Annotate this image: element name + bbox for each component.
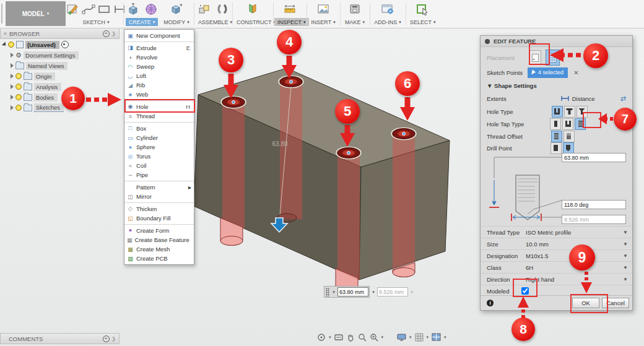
depth-value-input[interactable]: [562, 153, 626, 162]
expand-arrow-icon[interactable]: [11, 105, 14, 110]
construct-plane-icon[interactable]: [245, 1, 261, 17]
menu-item[interactable]: ◱ Boundary Fill: [124, 214, 194, 223]
menu-item[interactable]: ◠ Sweep: [124, 62, 194, 71]
menu-item[interactable]: ◨ Extrude E: [124, 41, 194, 53]
tap-type-simple-button[interactable]: [550, 118, 561, 130]
menu-item[interactable]: ≡ Thread: [124, 111, 194, 121]
spline-icon[interactable]: [82, 1, 95, 17]
shape-settings-header[interactable]: ▼ Shape Settings: [481, 80, 632, 90]
extrude-icon[interactable]: [125, 1, 141, 17]
menu-item[interactable]: ◢ Rib: [124, 80, 194, 90]
hole-type-counterbore-button[interactable]: [564, 106, 575, 118]
menu-item[interactable]: ◇ Thicken: [124, 202, 194, 214]
display-settings-icon[interactable]: [397, 333, 406, 342]
expand-arrow-icon[interactable]: [11, 95, 14, 100]
menu-item[interactable]: ◡ Loft: [124, 71, 194, 80]
chevron-down-icon[interactable]: ▾: [444, 335, 446, 340]
orbit-icon[interactable]: [317, 333, 326, 342]
joint-icon[interactable]: [214, 1, 230, 17]
thread-offset-full-button[interactable]: [551, 131, 562, 142]
menu-item[interactable]: ▩ Create Mesh: [124, 244, 194, 254]
activate-component-icon[interactable]: [61, 41, 69, 48]
measure-icon[interactable]: [282, 1, 298, 17]
sketch-points-selection-chip[interactable]: 4 selected: [528, 67, 568, 78]
chevron-down-icon[interactable]: ▾: [427, 335, 429, 340]
menu-item[interactable]: ◫ Mirror: [124, 192, 194, 201]
thread-type-select[interactable]: Thread Type ISO Metric profile ▼: [481, 226, 632, 238]
info-icon[interactable]: i: [487, 300, 494, 306]
toolbar-menu-create[interactable]: CREATE: [126, 18, 158, 26]
toolbar-menu-insert[interactable]: INSERT: [308, 18, 338, 26]
browser-row-named-views[interactable]: Named Views: [9, 61, 120, 71]
menu-item[interactable]: ∼ Pipe: [124, 170, 194, 179]
pan-icon[interactable]: [346, 333, 355, 342]
display-options-icon[interactable]: [103, 30, 110, 37]
flip-direction-icon[interactable]: ⇄: [620, 95, 626, 103]
browser-row-document-settings[interactable]: ⚙ Document Settings: [9, 50, 120, 60]
depth-input[interactable]: [337, 287, 368, 296]
hole-type-simple-button[interactable]: [552, 106, 563, 118]
visibility-bulb-icon[interactable]: [15, 94, 22, 100]
chevron-down-icon[interactable]: ▾: [370, 287, 377, 296]
expand-icon[interactable]: ❯: [111, 336, 116, 342]
direction-select[interactable]: Direction Right hand ▼: [481, 273, 632, 285]
chevron-down-icon[interactable]: ▾: [409, 335, 412, 340]
create-form-icon[interactable]: [143, 1, 159, 17]
select-cursor-icon[interactable]: [414, 1, 430, 17]
browser-row-root[interactable]: (Unsaved): [1, 40, 120, 50]
viewports-icon[interactable]: [432, 333, 441, 342]
chevron-down-icon[interactable]: ▾: [381, 335, 384, 340]
menu-item[interactable]: Pattern: [124, 181, 194, 192]
tap-type-clearance-button[interactable]: [562, 118, 573, 130]
collapse-icon[interactable]: «: [4, 30, 7, 37]
chevron-down-icon[interactable]: ▾: [408, 287, 416, 296]
menu-item[interactable]: □ Box: [124, 122, 194, 133]
designation-select[interactable]: Designation M10x1.5 ▼: [481, 249, 632, 262]
menu-item[interactable]: ▭ Cylinder: [124, 133, 194, 142]
browser-header[interactable]: « BROWSER ❯: [0, 28, 120, 39]
toolbar-menu-construct[interactable]: CONSTRUCT: [233, 18, 279, 26]
toolbar-menu-inspect[interactable]: INSPECT: [274, 18, 309, 26]
toolbar-menu-modify[interactable]: MODIFY: [160, 18, 193, 26]
insert-image-icon[interactable]: [315, 1, 331, 17]
visibility-bulb-icon[interactable]: [15, 73, 22, 79]
chevron-down-icon[interactable]: ▾: [330, 287, 337, 296]
visibility-bulb-icon[interactable]: [8, 41, 14, 48]
menu-item[interactable]: ≈ Coil: [124, 161, 194, 170]
menu-item[interactable]: ◖ Revolve: [124, 53, 194, 62]
new-component-icon[interactable]: [196, 1, 212, 17]
visibility-bulb-icon[interactable]: [15, 105, 22, 111]
expand-arrow-icon[interactable]: [11, 84, 14, 89]
print-3d-icon[interactable]: [347, 1, 363, 17]
chevron-down-icon[interactable]: ▾: [329, 335, 331, 340]
angle-value-input[interactable]: [562, 200, 626, 209]
zoom-window-icon[interactable]: [370, 333, 378, 342]
create-sketch-icon[interactable]: [66, 1, 80, 17]
zoom-icon[interactable]: [358, 333, 367, 342]
clear-selection-icon[interactable]: ✕: [573, 69, 578, 76]
menu-item[interactable]: ● Sphere: [124, 142, 194, 152]
expand-arrow-icon[interactable]: [11, 63, 14, 68]
class-select[interactable]: Class 6H ▼: [481, 261, 632, 274]
comments-bar[interactable]: COMMENTS ❯: [0, 333, 120, 344]
toolbar-menu-sketch[interactable]: SKETCH: [79, 18, 112, 26]
workspace-switcher[interactable]: MODEL: [6, 1, 66, 26]
toolbar-menu-select[interactable]: SELECT: [407, 18, 439, 26]
menu-item[interactable]: ▧ Create PCB: [124, 254, 194, 263]
menu-item[interactable]: ◎ Torus: [124, 152, 194, 161]
rectangle-icon[interactable]: [97, 1, 111, 17]
grid-settings-icon[interactable]: [415, 333, 424, 342]
press-pull-icon[interactable]: [168, 1, 185, 17]
browser-row-origin[interactable]: Origin: [9, 71, 120, 81]
menu-item[interactable]: ▣ New Component: [124, 31, 194, 40]
menu-item[interactable]: ● Create Form: [124, 224, 194, 235]
comments-options-icon[interactable]: [103, 335, 110, 342]
expand-arrow-icon[interactable]: [11, 53, 14, 58]
toolbar-menu-addins[interactable]: ADD-INS: [371, 18, 404, 26]
size-select[interactable]: Size 10.0 mm ▼: [481, 238, 632, 250]
addins-window-gear-icon[interactable]: [380, 1, 396, 17]
expand-arrow-icon[interactable]: [2, 41, 7, 47]
look-at-icon[interactable]: [334, 333, 343, 342]
tap-diameter-value-input[interactable]: [562, 215, 626, 224]
expand-arrow-icon[interactable]: [11, 74, 14, 79]
